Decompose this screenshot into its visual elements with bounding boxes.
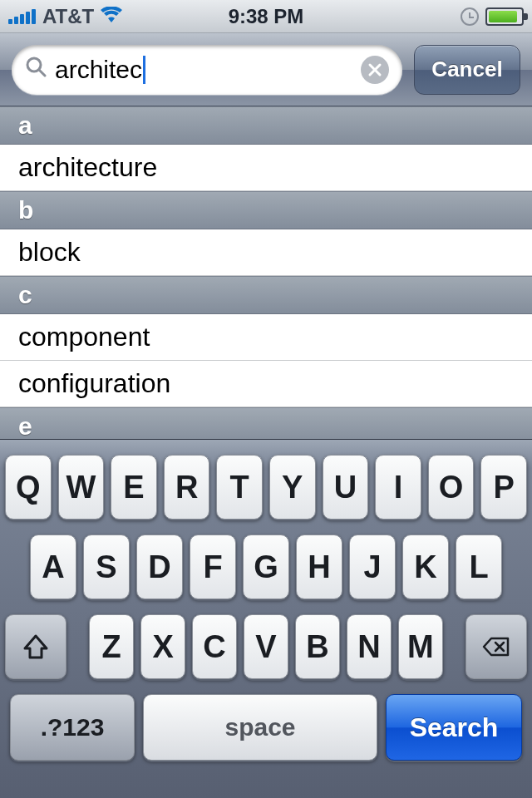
battery-icon (485, 7, 524, 26)
list-item[interactable]: architecture (0, 145, 532, 191)
key-shift[interactable] (5, 614, 66, 679)
key-mode[interactable]: .?123 (10, 694, 135, 761)
alarm-icon (461, 7, 479, 26)
keyboard: Q W E R T Y U I O P A S D F G H J K L Z … (0, 439, 532, 798)
key-x[interactable]: X (140, 614, 185, 679)
key-space[interactable]: space (143, 694, 377, 761)
key-q[interactable]: Q (5, 455, 52, 520)
wifi-icon (101, 3, 122, 29)
key-c[interactable]: C (192, 614, 237, 679)
carrier-label: AT&T (42, 5, 94, 28)
search-bar: architec Cancel (0, 33, 532, 106)
section-header: b (0, 191, 532, 229)
cancel-button[interactable]: Cancel (414, 45, 520, 95)
key-j[interactable]: J (349, 534, 396, 599)
search-input[interactable]: architec (12, 45, 402, 95)
key-o[interactable]: O (428, 455, 475, 520)
clear-icon[interactable] (361, 56, 389, 84)
key-u[interactable]: U (323, 455, 369, 520)
key-backspace[interactable] (466, 614, 527, 679)
key-h[interactable]: H (296, 534, 342, 599)
status-right (461, 7, 524, 26)
keyboard-row: A S D F G H J K L (5, 534, 527, 599)
section-header: a (0, 106, 532, 145)
key-k[interactable]: K (402, 534, 449, 599)
search-value: architec (55, 56, 352, 84)
section-header: e (0, 407, 532, 439)
list-item[interactable]: component (0, 314, 532, 361)
results-list[interactable]: a architecture b block c component confi… (0, 106, 532, 439)
key-t[interactable]: T (216, 455, 263, 520)
key-v[interactable]: V (244, 614, 288, 679)
search-icon (25, 56, 47, 83)
status-left: AT&T (8, 3, 122, 29)
key-d[interactable]: D (136, 534, 183, 599)
status-bar: AT&T 9:38 PM (0, 0, 532, 33)
section-header: c (0, 276, 532, 314)
list-item[interactable]: block (0, 229, 532, 276)
keyboard-row: Z X C V B N M (5, 614, 527, 679)
key-p[interactable]: P (480, 455, 527, 520)
key-n[interactable]: N (347, 614, 392, 679)
key-m[interactable]: M (398, 614, 443, 679)
key-i[interactable]: I (375, 455, 421, 520)
key-w[interactable]: W (58, 455, 105, 520)
key-search[interactable]: Search (386, 694, 522, 761)
list-item[interactable]: configuration (0, 361, 532, 407)
key-e[interactable]: E (111, 455, 157, 520)
key-b[interactable]: B (295, 614, 340, 679)
keyboard-row: Q W E R T Y U I O P (5, 455, 527, 520)
key-r[interactable]: R (164, 455, 210, 520)
key-a[interactable]: A (30, 534, 76, 599)
svg-line-1 (39, 70, 45, 76)
text-caret (143, 56, 145, 84)
key-s[interactable]: S (83, 534, 130, 599)
key-y[interactable]: Y (269, 455, 316, 520)
key-z[interactable]: Z (89, 614, 134, 679)
keyboard-row: .?123 space Search (5, 694, 527, 761)
key-l[interactable]: L (456, 534, 502, 599)
key-g[interactable]: G (243, 534, 289, 599)
key-f[interactable]: F (190, 534, 236, 599)
signal-icon (8, 9, 36, 24)
